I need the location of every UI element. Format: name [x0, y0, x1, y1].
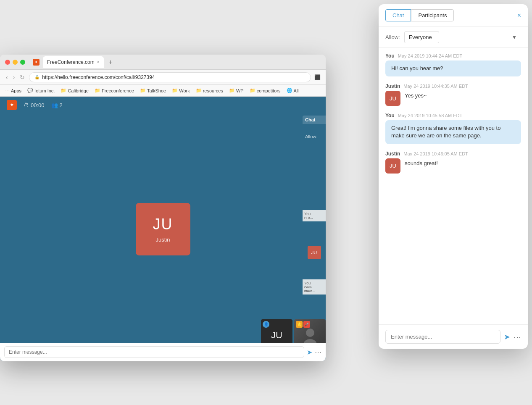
participants-tab-btn[interactable]: Participants — [411, 9, 454, 21]
close-traffic-light[interactable] — [5, 60, 10, 65]
bookmarks-bar: ⋯ Apps 💬 Iotum Inc. 📁 Calibridge 📁 Freec… — [0, 85, 326, 97]
message-group-4: Justin May 24 2019 10:46:05 AM EDT JU so… — [379, 151, 528, 174]
message-bubble-1: Hi! can you hear me? — [385, 60, 521, 76]
bookmark-work[interactable]: 📁 Work — [170, 87, 191, 94]
message-time-3: May 24 2019 10:45:58 AM EDT — [398, 113, 462, 118]
new-tab-btn[interactable]: + — [109, 58, 113, 66]
message-meta-4: Justin May 24 2019 10:46:05 AM EDT — [379, 151, 528, 157]
refresh-btn[interactable]: ↻ — [19, 73, 26, 82]
thumb-initials-justin: JU — [271, 330, 282, 341]
camera-btn[interactable]: ⬛ — [314, 74, 321, 80]
minimize-traffic-light[interactable] — [13, 60, 18, 65]
message-sender-4: Justin — [385, 151, 400, 157]
bookmark-all[interactable]: 🌐 All — [285, 87, 300, 94]
bottom-send-btn[interactable]: ➤ — [307, 348, 312, 356]
chat-message-input[interactable] — [385, 330, 500, 344]
allow-label: Allow: — [385, 34, 400, 40]
message-row-2: JU Yes yes~ — [379, 91, 528, 106]
address-bar[interactable]: 🔒 https://hello.freeconference.com/conf/… — [29, 72, 311, 82]
browser-addressbar: ‹ › ↻ 🔒 https://hello.freeconference.com… — [0, 70, 326, 85]
folder-icon: 📁 — [229, 88, 235, 93]
folder-icon: 📁 — [196, 88, 202, 93]
message-preview-area: You Hi c... — [303, 210, 326, 221]
bottom-message-input[interactable] — [4, 346, 304, 358]
folder-icon: 📁 — [250, 88, 255, 93]
message-meta-2: Justin May 24 2019 10:44:35 AM EDT — [379, 83, 528, 89]
message-meta-3: You May 24 2019 10:45:58 AM EDT — [379, 113, 528, 118]
message-bubble-3: Great! I'm gonna share some files with y… — [385, 120, 521, 144]
globe-icon: 🌐 — [287, 88, 292, 93]
message-text-4: sounds great! — [405, 158, 438, 166]
browser-titlebar: ✦ FreeConference.com × + — [0, 55, 326, 70]
clock-icon: ⏱ — [24, 102, 29, 108]
folder-icon: 📁 — [172, 88, 178, 93]
bookmark-competitors[interactable]: 📁 competitors — [248, 87, 282, 94]
message-time-2: May 24 2019 10:44:35 AM EDT — [403, 84, 468, 89]
svg-point-0 — [306, 329, 314, 337]
forward-btn[interactable]: › — [12, 73, 16, 82]
message-preview-2: You Grea... make... — [303, 279, 326, 295]
send-message-btn[interactable]: ➤ — [504, 332, 510, 342]
back-btn[interactable]: ‹ — [5, 73, 9, 82]
bookmark-apps[interactable]: ⋯ Apps — [3, 87, 23, 94]
folder-icon: 📁 — [95, 88, 100, 93]
folder-icon: 📁 — [140, 88, 146, 93]
address-text: https://hello.freeconference.com/conf/ca… — [42, 74, 155, 80]
more-options-btn[interactable]: ⋯ — [514, 332, 521, 342]
avatar-justin-2: JU — [385, 158, 400, 174]
chat-panel-header: Chat Participants × — [379, 4, 528, 27]
participants-count: 👥 2 — [51, 102, 63, 108]
tab-title: FreeConference.com — [47, 59, 95, 65]
participants-icon: 👥 — [51, 102, 58, 108]
message-time-1: May 24 2019 10:44:24 AM EDT — [398, 53, 462, 58]
participant-initials: JU — [153, 216, 173, 233]
allow-side-label: Allow: — [303, 132, 326, 141]
message-sender-1: You — [385, 53, 395, 59]
chat-allow-row: Allow: Everyone Hosts only No one ▼ — [379, 27, 528, 48]
message-sender-3: You — [385, 113, 395, 118]
participant-card-justin: JU Justin — [136, 203, 190, 255]
browser-favicon-icon: ✦ — [33, 59, 40, 66]
folder-icon: 📁 — [61, 88, 66, 93]
select-arrow-icon: ▼ — [512, 34, 517, 40]
browser-tab[interactable]: FreeConference.com × — [43, 56, 104, 68]
bottom-more-btn[interactable]: ⋯ — [315, 348, 321, 356]
bookmark-wp[interactable]: 📁 WP — [227, 87, 245, 94]
maximize-traffic-light[interactable] — [20, 60, 25, 65]
conference-timer: ⏱ 00:00 — [24, 102, 45, 108]
conference-area: ✦ ⏱ 00:00 👥 2 Chat Allow: JU Justin Yo — [0, 97, 326, 361]
bottom-chat-input-row: ➤ ⋯ — [0, 343, 326, 361]
chat-tab-btn[interactable]: Chat — [385, 9, 411, 21]
avatar-preview-2: JU — [303, 246, 326, 259]
bookmark-talkshoe[interactable]: 📁 TalkShoe — [138, 87, 168, 94]
message-time-4: May 24 2019 10:46:05 AM EDT — [403, 151, 468, 156]
bookmark-iotum[interactable]: 💬 Iotum Inc. — [26, 87, 56, 94]
chat-side-btn[interactable]: Chat — [303, 116, 326, 124]
folder-icon: 💬 — [27, 88, 33, 93]
chat-close-btn[interactable]: × — [517, 12, 521, 19]
chat-messages: You May 24 2019 10:44:24 AM EDT Hi! can … — [379, 48, 528, 324]
lock-icon: 🔒 — [34, 75, 40, 79]
freeconference-logo: ✦ — [7, 100, 17, 110]
traffic-lights — [5, 60, 25, 65]
message-group-2: Justin May 24 2019 10:44:35 AM EDT JU Ye… — [379, 83, 528, 106]
message-sender-2: Justin — [385, 83, 400, 89]
bookmark-calibridge[interactable]: 📁 Calibridge — [59, 87, 90, 94]
message-group-3: You May 24 2019 10:45:58 AM EDT Great! I… — [379, 113, 528, 144]
chat-panel: Chat Participants × Allow: Everyone Host… — [379, 4, 528, 349]
tab-close-btn[interactable]: × — [97, 60, 100, 64]
message-meta-1: You May 24 2019 10:44:24 AM EDT — [379, 53, 528, 59]
apps-icon: ⋯ — [5, 88, 10, 93]
conference-toolbar: ✦ ⏱ 00:00 👥 2 — [0, 97, 326, 113]
allow-select-wrapper[interactable]: Everyone Hosts only No one ▼ — [404, 31, 521, 43]
browser-window: ✦ FreeConference.com × + ‹ › ↻ 🔒 https:/… — [0, 55, 326, 361]
message-row-4: JU sounds great! — [379, 158, 528, 174]
avatar-justin-1: JU — [385, 91, 400, 106]
message-text-2: Yes yes~ — [405, 91, 427, 99]
participant-name: Justin — [156, 237, 170, 243]
message-group-1: You May 24 2019 10:44:24 AM EDT Hi! can … — [379, 53, 528, 76]
bookmark-resources[interactable]: 📁 resources — [194, 87, 225, 94]
chat-input-area: ➤ ⋯ — [379, 324, 528, 349]
bookmark-freeconference[interactable]: 📁 Freeconference — [93, 87, 136, 94]
allow-select[interactable]: Everyone Hosts only No one — [404, 31, 439, 43]
